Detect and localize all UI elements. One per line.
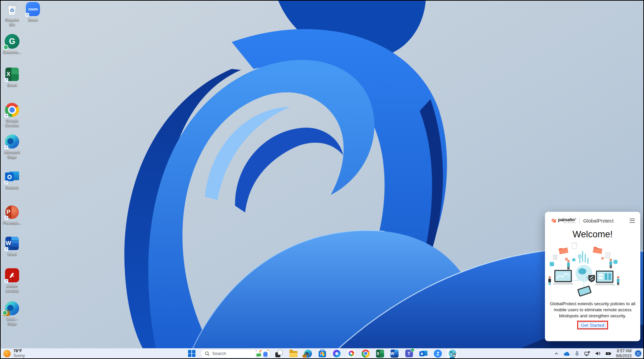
hamburger-menu-icon[interactable] — [629, 218, 636, 224]
teams-icon: T ✓ — [405, 350, 413, 357]
ethernet-network-icon — [584, 351, 590, 356]
onedrive-cloud-icon — [563, 351, 570, 356]
zoom-icon: Z — [434, 350, 442, 358]
globalprotect-icon — [449, 350, 456, 357]
taskbar: 76°F Sunny ✦ — [0, 348, 644, 358]
globalprotect-panel: paloalto® NETWORKS GlobalProtect Welcome… — [545, 212, 640, 341]
check-badge-icon: ✓ — [2, 310, 7, 315]
powerpoint-icon: P ↗ — [4, 204, 20, 220]
shortcut-arrow-icon: ↗ — [4, 145, 8, 150]
taskbar-excel[interactable]: X — [374, 349, 386, 358]
desktop-icon-powerpoint[interactable]: P ↗ Powerpo... — [2, 204, 22, 225]
word-icon: W ↗ — [4, 236, 20, 251]
microsoft-365-icon — [333, 350, 341, 358]
desktop-icon-google-chrome[interactable]: ↗ Google Chrome — [2, 102, 22, 128]
desktop-icon-zoom[interactable]: zoom ↗ Zoom — [23, 1, 43, 22]
desktop-icon-microsoft-edge[interactable]: ↗ Microsoft Edge — [2, 134, 22, 160]
excel-icon: X ↗ — [4, 67, 20, 82]
search-input[interactable] — [212, 351, 252, 356]
paloalto-brand: paloalto® NETWORKS — [551, 217, 576, 224]
tray-date: 9/8/2023 — [616, 354, 632, 358]
weather-temperature: 76°F — [13, 349, 25, 354]
desktop-icon-label: Excel — [2, 83, 22, 87]
desktop-icon-excel[interactable]: X ↗ Excel — [2, 67, 22, 87]
weather-widget[interactable]: 76°F Sunny — [3, 349, 25, 358]
shortcut-arrow-icon: ↗ — [4, 78, 8, 82]
taskbar-file-explorer[interactable] — [288, 349, 299, 358]
chrome-icon — [362, 350, 370, 358]
taskbar-zoom[interactable]: Z — [432, 349, 444, 358]
onedrive-tray[interactable] — [563, 351, 570, 357]
excel-icon: X — [376, 350, 384, 358]
clock[interactable]: 8:57 AM 9/8/2023 — [616, 349, 632, 358]
globalprotect-header: paloalto® NETWORKS GlobalProtect — [545, 212, 640, 224]
desktop-icon-label: Google Chrome — [2, 118, 22, 128]
taskbar-edge-work[interactable] — [302, 349, 314, 358]
search-box[interactable]: ✦ — [200, 349, 270, 358]
desktop-icon-label: Zoom — [23, 17, 43, 22]
grammarly-icon: G ✓ — [4, 34, 20, 49]
microsoft-store-icon — [319, 351, 326, 357]
microphone-tray[interactable] — [574, 350, 580, 357]
desktop-icon-label: Powerpo... — [2, 221, 22, 225]
search-icon — [205, 351, 210, 356]
taskbar-google-chrome[interactable] — [360, 349, 371, 358]
task-view-button[interactable] — [273, 349, 285, 358]
desktop-icon-outlook[interactable]: ↗ Outlook — [2, 169, 22, 190]
get-started-link[interactable]: Get Started — [580, 322, 605, 328]
desktop-icon-adobe-acrobat[interactable]: ↗ Adobe Acrobat — [2, 268, 22, 293]
taskbar-outlook[interactable] — [418, 349, 429, 358]
taskbar-adobe-creative-cloud[interactable] — [346, 349, 357, 358]
battery-tray[interactable] — [605, 351, 612, 357]
windows-logo-icon — [188, 350, 195, 357]
notification-badge[interactable]: 11 — [635, 350, 641, 357]
chevron-up-icon — [554, 351, 559, 356]
chrome-icon: ↗ — [4, 102, 20, 118]
creative-cloud-icon — [347, 350, 355, 358]
desktop-icon-work-edge[interactable]: ✓ Work - Edge — [2, 301, 22, 326]
sun-icon — [3, 350, 11, 357]
task-view-icon — [275, 350, 283, 357]
paloalto-logo-icon — [551, 217, 557, 223]
desktop-icon-label: Word — [2, 252, 22, 256]
globalprotect-illustration — [545, 242, 623, 299]
taskbar-teams[interactable]: T ✓ — [403, 349, 415, 358]
taskbar-word[interactable]: W — [389, 349, 400, 358]
edge-icon: ↗ — [4, 134, 20, 149]
hidden-icons-chevron[interactable] — [553, 351, 559, 357]
annotation-highlight-box: Get Started — [577, 321, 608, 329]
shield-icon — [452, 353, 456, 357]
panel-description: GlobalProtect extends security policies … — [549, 301, 637, 319]
taskbar-microsoft-store[interactable] — [317, 349, 328, 358]
acrobat-icon: ↗ — [4, 268, 20, 283]
weather-condition: Sunny — [13, 354, 25, 358]
tray-time: 8:57 AM — [617, 349, 632, 353]
shortcut-arrow-icon: ↗ — [4, 216, 8, 220]
taskbar-microsoft-365[interactable] — [331, 349, 342, 358]
network-tray[interactable] — [584, 350, 591, 357]
briefcase-icon — [303, 355, 307, 358]
product-name: GlobalProtect — [583, 218, 614, 224]
shortcut-arrow-icon: ↗ — [4, 114, 8, 118]
desktop-icon-word[interactable]: W ↗ Word — [2, 236, 22, 256]
desktop-icon-label: Adobe Acrobat — [2, 284, 22, 293]
shortcut-arrow-icon: ↗ — [25, 13, 29, 17]
battery-charging-icon — [605, 351, 612, 356]
taskbar-globalprotect[interactable] — [447, 349, 458, 358]
zoom-icon: zoom ↗ — [25, 1, 41, 17]
start-button[interactable] — [186, 349, 197, 358]
outlook-icon — [419, 350, 427, 357]
brand-sub: NETWORKS — [558, 222, 576, 224]
status-available-icon: ✓ — [411, 348, 414, 352]
welcome-title: Welcome! — [545, 229, 640, 240]
desktop-icon-recycle-bin[interactable]: ♻ Recycle Bin — [2, 1, 22, 27]
shortcut-arrow-icon: ↗ — [4, 247, 8, 251]
shortcut-arrow-icon: ↗ — [4, 181, 8, 185]
desktop-icon-grammarly[interactable]: G ✓ Gramma... — [2, 34, 22, 54]
desktop-icon-label: Work - Edge — [2, 317, 22, 326]
volume-tray[interactable] — [594, 350, 601, 357]
search-highlight-icon[interactable]: ✦ — [255, 350, 269, 358]
desktop-icon-label: Recycle Bin — [2, 17, 22, 27]
outlook-icon: ↗ — [4, 169, 20, 185]
word-icon: W — [390, 350, 399, 358]
